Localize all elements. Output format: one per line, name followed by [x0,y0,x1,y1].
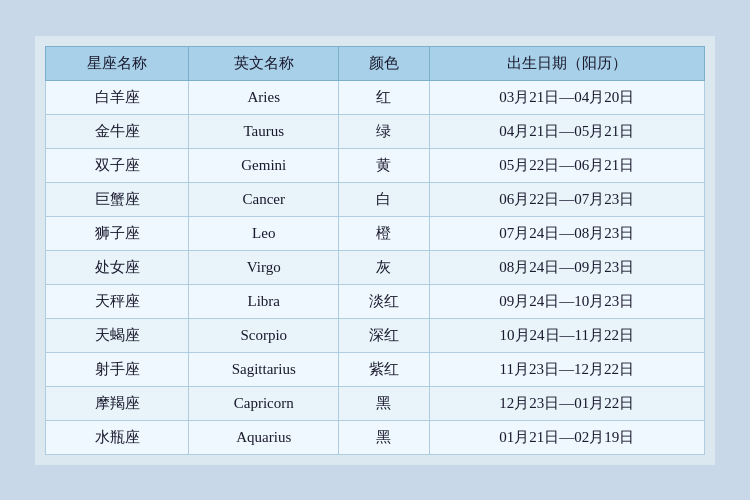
cell-date: 08月24日—09月23日 [429,250,705,284]
cell-chinese-name: 天秤座 [46,284,189,318]
cell-date: 09月24日—10月23日 [429,284,705,318]
cell-chinese-name: 天蝎座 [46,318,189,352]
cell-chinese-name: 摩羯座 [46,386,189,420]
cell-color: 淡红 [339,284,429,318]
table-row: 天蝎座Scorpio深红10月24日—11月22日 [46,318,705,352]
header-english-name: 英文名称 [189,46,339,80]
table-row: 狮子座Leo橙07月24日—08月23日 [46,216,705,250]
table-row: 水瓶座Aquarius黑01月21日—02月19日 [46,420,705,454]
cell-date: 11月23日—12月22日 [429,352,705,386]
table-row: 金牛座Taurus绿04月21日—05月21日 [46,114,705,148]
cell-date: 03月21日—04月20日 [429,80,705,114]
cell-chinese-name: 射手座 [46,352,189,386]
cell-english-name: Leo [189,216,339,250]
cell-chinese-name: 水瓶座 [46,420,189,454]
cell-chinese-name: 狮子座 [46,216,189,250]
cell-color: 绿 [339,114,429,148]
zodiac-table-container: 星座名称 英文名称 颜色 出生日期（阳历） 白羊座Aries红03月21日—04… [35,36,715,465]
cell-color: 黄 [339,148,429,182]
cell-chinese-name: 白羊座 [46,80,189,114]
cell-english-name: Scorpio [189,318,339,352]
table-row: 摩羯座Capricorn黑12月23日—01月22日 [46,386,705,420]
cell-color: 红 [339,80,429,114]
cell-color: 白 [339,182,429,216]
table-row: 巨蟹座Cancer白06月22日—07月23日 [46,182,705,216]
cell-date: 07月24日—08月23日 [429,216,705,250]
cell-english-name: Aries [189,80,339,114]
cell-english-name: Libra [189,284,339,318]
cell-color: 灰 [339,250,429,284]
cell-english-name: Virgo [189,250,339,284]
cell-english-name: Sagittarius [189,352,339,386]
cell-color: 黑 [339,420,429,454]
header-chinese-name: 星座名称 [46,46,189,80]
table-row: 双子座Gemini黄05月22日—06月21日 [46,148,705,182]
cell-chinese-name: 处女座 [46,250,189,284]
table-header-row: 星座名称 英文名称 颜色 出生日期（阳历） [46,46,705,80]
cell-color: 橙 [339,216,429,250]
cell-color: 紫红 [339,352,429,386]
table-row: 白羊座Aries红03月21日—04月20日 [46,80,705,114]
table-body: 白羊座Aries红03月21日—04月20日金牛座Taurus绿04月21日—0… [46,80,705,454]
zodiac-table: 星座名称 英文名称 颜色 出生日期（阳历） 白羊座Aries红03月21日—04… [45,46,705,455]
cell-date: 01月21日—02月19日 [429,420,705,454]
header-date: 出生日期（阳历） [429,46,705,80]
cell-english-name: Gemini [189,148,339,182]
table-row: 射手座Sagittarius紫红11月23日—12月22日 [46,352,705,386]
cell-date: 12月23日—01月22日 [429,386,705,420]
cell-color: 黑 [339,386,429,420]
cell-chinese-name: 巨蟹座 [46,182,189,216]
cell-chinese-name: 金牛座 [46,114,189,148]
table-row: 处女座Virgo灰08月24日—09月23日 [46,250,705,284]
cell-english-name: Taurus [189,114,339,148]
cell-chinese-name: 双子座 [46,148,189,182]
cell-date: 10月24日—11月22日 [429,318,705,352]
cell-date: 05月22日—06月21日 [429,148,705,182]
header-color: 颜色 [339,46,429,80]
table-row: 天秤座Libra淡红09月24日—10月23日 [46,284,705,318]
cell-english-name: Capricorn [189,386,339,420]
cell-color: 深红 [339,318,429,352]
cell-date: 06月22日—07月23日 [429,182,705,216]
cell-date: 04月21日—05月21日 [429,114,705,148]
cell-english-name: Aquarius [189,420,339,454]
cell-english-name: Cancer [189,182,339,216]
